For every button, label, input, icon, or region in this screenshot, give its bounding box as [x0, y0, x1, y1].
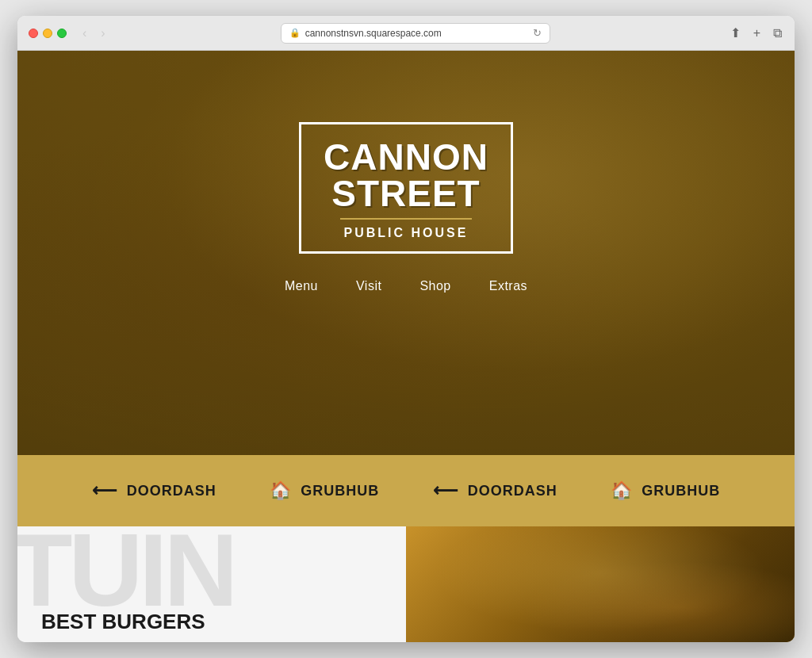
reload-icon[interactable]: ↻ — [533, 27, 542, 39]
minimize-button[interactable] — [43, 29, 52, 38]
new-tab-button[interactable]: + — [752, 25, 762, 42]
lock-icon: 🔒 — [289, 28, 301, 38]
bottom-section: TUIN BEST BURGERS — [17, 526, 795, 642]
nav-extras[interactable]: Extras — [489, 279, 527, 293]
logo-line1: CANNON — [324, 139, 488, 175]
logo-subtitle: PUBLIC HOUSE — [324, 226, 488, 240]
grubhub-label-1: GRUBHUB — [301, 483, 379, 499]
grubhub-label-2: GRUBHUB — [642, 483, 720, 499]
website-content: CANNON STREET PUBLIC HOUSE Menu Visit Sh… — [17, 51, 795, 642]
hero-section: CANNON STREET PUBLIC HOUSE Menu Visit Sh… — [17, 51, 795, 455]
tabs-button[interactable]: ⧉ — [772, 25, 783, 42]
bottom-heading: BEST BURGERS — [41, 610, 382, 634]
nav-menu[interactable]: Menu — [285, 279, 318, 293]
doordash-partner-1[interactable]: ⟵ DOORDASH — [92, 480, 216, 501]
hero-content: CANNON STREET PUBLIC HOUSE Menu Visit Sh… — [17, 51, 795, 293]
delivery-bar: ⟵ DOORDASH 🏠 GRUBHUB ⟵ DOORDASH 🏠 GRUBHU… — [17, 455, 795, 526]
browser-titlebar: ‹ › 🔒 cannonstnsvn.squarespace.com ↻ ⬆ +… — [17, 16, 795, 51]
hero-nav: Menu Visit Shop Extras — [285, 279, 527, 293]
url-text: cannonstnsvn.squarespace.com — [305, 28, 442, 39]
doordash-label-2: DOORDASH — [468, 483, 557, 499]
logo-box: CANNON STREET PUBLIC HOUSE — [299, 122, 513, 254]
browser-actions: ⬆ + ⧉ — [729, 24, 783, 42]
logo-line2: STREET — [324, 175, 488, 212]
doordash-icon-1: ⟵ — [92, 480, 117, 501]
bottom-left: TUIN BEST BURGERS — [17, 526, 406, 642]
share-button[interactable]: ⬆ — [729, 24, 742, 42]
browser-controls: ‹ › — [79, 25, 109, 41]
back-button[interactable]: ‹ — [79, 25, 90, 41]
doordash-label-1: DOORDASH — [127, 483, 216, 499]
address-bar-wrapper: 🔒 cannonstnsvn.squarespace.com ↻ — [115, 23, 716, 44]
doordash-partner-2[interactable]: ⟵ DOORDASH — [433, 480, 557, 501]
address-bar[interactable]: 🔒 cannonstnsvn.squarespace.com ↻ — [281, 23, 550, 44]
nav-visit[interactable]: Visit — [356, 279, 381, 293]
logo-divider — [340, 218, 472, 220]
grubhub-icon-2: 🏠 — [611, 480, 632, 501]
traffic-lights — [29, 29, 67, 38]
bottom-right-photo — [406, 526, 795, 642]
nav-shop[interactable]: Shop — [419, 279, 450, 293]
maximize-button[interactable] — [57, 29, 67, 38]
forward-button[interactable]: › — [98, 25, 108, 41]
grubhub-partner-1[interactable]: 🏠 GRUBHUB — [270, 480, 379, 501]
grubhub-partner-2[interactable]: 🏠 GRUBHUB — [611, 480, 720, 501]
browser-window: ‹ › 🔒 cannonstnsvn.squarespace.com ↻ ⬆ +… — [17, 16, 795, 642]
food-photo-detail — [406, 526, 795, 642]
doordash-icon-2: ⟵ — [433, 480, 458, 501]
close-button[interactable] — [29, 29, 38, 38]
grubhub-icon-1: 🏠 — [270, 480, 291, 501]
